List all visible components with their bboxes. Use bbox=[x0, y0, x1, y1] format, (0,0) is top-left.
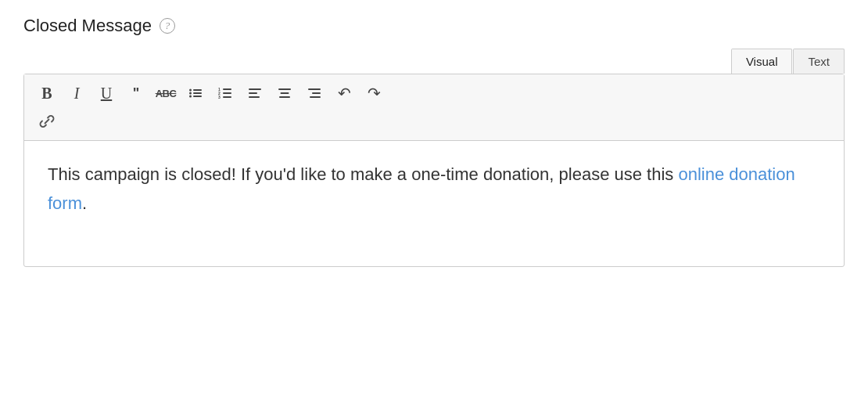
svg-text:3: 3 bbox=[218, 95, 221, 99]
underline-button[interactable]: U bbox=[93, 81, 120, 106]
editor-toolbar: B I U " ABC 1 bbox=[24, 74, 844, 141]
redo-button[interactable]: ↷ bbox=[360, 81, 387, 106]
svg-rect-16 bbox=[281, 92, 289, 94]
svg-rect-1 bbox=[193, 89, 202, 91]
svg-rect-11 bbox=[223, 96, 231, 98]
editor-content[interactable]: This campaign is closed! If you'd like t… bbox=[24, 141, 844, 266]
blockquote-button[interactable]: " bbox=[123, 81, 149, 106]
help-icon[interactable]: ? bbox=[160, 18, 175, 34]
svg-rect-18 bbox=[308, 88, 321, 90]
tab-text[interactable]: Text bbox=[793, 49, 845, 74]
italic-button[interactable]: I bbox=[63, 81, 90, 106]
link-button[interactable] bbox=[34, 109, 60, 134]
svg-rect-19 bbox=[312, 92, 321, 94]
toolbar-row-2 bbox=[34, 109, 834, 134]
svg-point-0 bbox=[189, 89, 192, 92]
align-center-button[interactable] bbox=[271, 81, 298, 106]
toolbar-row-1: B I U " ABC 1 bbox=[34, 81, 834, 106]
svg-rect-3 bbox=[193, 92, 202, 94]
section-title: Closed Message bbox=[23, 16, 152, 36]
svg-point-2 bbox=[189, 92, 192, 95]
strikethrough-button[interactable]: ABC bbox=[152, 81, 179, 106]
tab-visual[interactable]: Visual bbox=[731, 49, 793, 74]
svg-point-4 bbox=[189, 96, 192, 98]
svg-rect-5 bbox=[193, 96, 202, 97]
editor-wrapper: B I U " ABC 1 bbox=[23, 74, 845, 267]
editor-tabs: Visual Text bbox=[23, 49, 845, 74]
svg-rect-7 bbox=[223, 88, 231, 90]
align-left-button[interactable] bbox=[242, 81, 268, 106]
undo-button[interactable]: ↶ bbox=[331, 81, 357, 106]
unordered-list-button[interactable] bbox=[182, 81, 209, 106]
bold-button[interactable]: B bbox=[34, 81, 60, 106]
svg-rect-12 bbox=[249, 88, 261, 90]
svg-rect-9 bbox=[223, 92, 231, 94]
svg-rect-13 bbox=[249, 92, 257, 94]
svg-rect-15 bbox=[278, 88, 291, 90]
svg-rect-20 bbox=[310, 96, 321, 98]
svg-rect-14 bbox=[249, 96, 260, 98]
svg-rect-17 bbox=[279, 96, 290, 98]
content-text-after-link: . bbox=[82, 193, 87, 213]
ordered-list-button[interactable]: 1 2 3 bbox=[212, 81, 239, 106]
content-text-before-link: This campaign is closed! If you'd like t… bbox=[48, 164, 678, 184]
align-right-button[interactable] bbox=[301, 81, 328, 106]
section-header: Closed Message ? bbox=[23, 16, 845, 36]
